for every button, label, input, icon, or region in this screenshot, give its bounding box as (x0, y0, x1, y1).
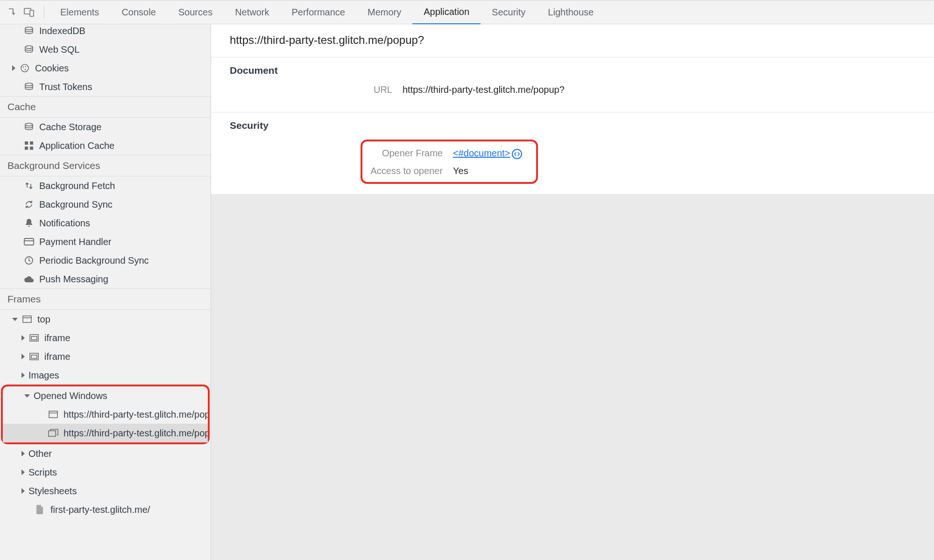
tree-item-stylesheets[interactable]: Stylesheets (0, 482, 211, 500)
kv-value: https://third-party-test.glitch.me/popup… (403, 84, 565, 95)
database-icon (23, 81, 35, 92)
svg-rect-20 (31, 355, 37, 358)
sidebar-item-app-cache[interactable]: Application Cache (0, 136, 211, 155)
tab-performance[interactable]: Performance (281, 0, 357, 24)
chevron-right-icon (21, 354, 25, 359)
tabbar-separator (44, 6, 44, 19)
tree-item-file[interactable]: first-party-test.glitch.me/ (0, 500, 211, 519)
svg-rect-21 (49, 411, 57, 418)
svg-rect-12 (25, 147, 28, 150)
panel-title: https://third-party-test.glitch.me/popup… (211, 24, 934, 57)
tree-item-iframe[interactable]: iframe (0, 329, 211, 347)
tree-item-label: https://third-party-test.glitch.me/popup… (64, 428, 208, 439)
svg-rect-16 (23, 316, 31, 322)
sync-icon (23, 199, 35, 210)
sidebar-item-label: Cache Storage (39, 122, 101, 133)
tree-item-label: Scripts (28, 467, 57, 478)
cloud-icon (23, 273, 35, 285)
grid-icon (23, 140, 35, 151)
file-icon (35, 504, 46, 515)
chevron-right-icon (21, 451, 25, 456)
tree-item-window[interactable]: https://third-party-test.glitch.me/popup… (3, 405, 208, 424)
clock-icon (23, 255, 35, 266)
sidebar-heading-cache: Cache (0, 96, 211, 118)
sidebar-item-payment-handler[interactable]: Payment Handler (0, 232, 211, 251)
tab-elements[interactable]: Elements (49, 0, 110, 24)
tab-security[interactable]: Security (481, 0, 537, 24)
sidebar-heading-bg-services: Background Services (0, 155, 211, 176)
highlight-opened-windows: Opened Windows https://third-party-test.… (1, 385, 210, 444)
svg-rect-1 (30, 10, 34, 16)
sidebar-item-notifications[interactable]: Notifications (0, 214, 211, 232)
kv-access-to-opener: Access to opener Yes (369, 166, 522, 176)
tree-item-iframe[interactable]: iframe (0, 347, 211, 366)
transfer-icon (23, 180, 35, 191)
tab-sources[interactable]: Sources (167, 0, 224, 24)
kv-value: Yes (453, 166, 468, 176)
card-icon (23, 236, 35, 247)
sidebar-item-periodic-bg-sync[interactable]: Periodic Background Sync (0, 251, 211, 270)
sidebar-item-label: Cookies (35, 63, 69, 74)
kv-label: Opener Frame (369, 148, 453, 159)
sidebar-item-websql[interactable]: Web SQL (0, 40, 211, 59)
svg-point-5 (23, 67, 24, 68)
kv-value: <#document> (453, 148, 522, 159)
tree-item-window-selected[interactable]: https://third-party-test.glitch.me/popup… (3, 424, 208, 442)
svg-point-3 (25, 46, 33, 49)
database-icon (23, 25, 35, 36)
sidebar-item-cookies[interactable]: Cookies (0, 59, 211, 77)
tree-item-opened-windows[interactable]: Opened Windows (3, 386, 208, 405)
sidebar-item-bg-sync[interactable]: Background Sync (0, 195, 211, 214)
tree-item-label: https://third-party-test.glitch.me/popup… (64, 409, 208, 420)
windows-icon (48, 427, 59, 439)
sidebar-item-label: Web SQL (39, 44, 79, 55)
sidebar-item-label: Payment Handler (39, 237, 112, 247)
iframe-icon (28, 351, 40, 362)
tree-item-label: iframe (44, 351, 71, 362)
tab-application[interactable]: Application (412, 0, 481, 25)
chevron-right-icon (21, 469, 25, 475)
panel-document: Document URL https://third-party-test.gl… (211, 57, 934, 112)
svg-rect-11 (30, 141, 33, 145)
window-icon (48, 409, 59, 420)
sidebar-item-push[interactable]: Push Messaging (0, 270, 211, 288)
chevron-right-icon (21, 372, 25, 378)
svg-rect-18 (31, 336, 37, 340)
kv-opener-frame: Opener Frame <#document> (369, 148, 522, 159)
tree-item-label: Stylesheets (28, 486, 77, 497)
iframe-icon (28, 332, 40, 343)
opener-frame-link[interactable]: <#document> (453, 148, 510, 158)
database-icon (23, 44, 35, 55)
tab-memory[interactable]: Memory (356, 0, 412, 24)
tree-item-label: Other (28, 448, 52, 459)
tree-item-top[interactable]: top (0, 310, 211, 329)
tab-console[interactable]: Console (110, 0, 167, 24)
tree-item-label: iframe (44, 333, 71, 343)
sidebar-item-cache-storage[interactable]: Cache Storage (0, 118, 211, 136)
sidebar-item-label: Trust Tokens (39, 82, 92, 92)
svg-point-9 (25, 123, 33, 126)
sidebar-item-bg-fetch[interactable]: Background Fetch (0, 176, 211, 195)
tree-item-label: Images (28, 370, 59, 381)
inspect-icon[interactable] (6, 6, 19, 19)
device-toggle-icon[interactable] (22, 6, 35, 19)
sidebar-item-indexeddb[interactable]: IndexedDB (0, 24, 211, 40)
chevron-down-icon (24, 394, 30, 398)
tree-item-other[interactable]: Other (0, 444, 211, 463)
highlight-security-info: Opener Frame <#document> Access to opene… (361, 140, 538, 184)
application-sidebar: IndexedDB Web SQL Cookies Trust Tokens (0, 24, 211, 560)
tab-network[interactable]: Network (224, 0, 280, 24)
reveal-in-elements-icon[interactable] (512, 149, 522, 159)
cookie-icon (19, 63, 30, 74)
frame-detail-panel: https://third-party-test.glitch.me/popup… (211, 24, 934, 560)
tab-lighthouse[interactable]: Lighthouse (537, 0, 605, 24)
sidebar-item-trust-tokens[interactable]: Trust Tokens (0, 77, 211, 96)
tree-item-label: Opened Windows (34, 391, 107, 401)
svg-point-6 (25, 66, 26, 67)
tree-item-images[interactable]: Images (0, 366, 211, 385)
svg-point-4 (21, 64, 28, 72)
sidebar-item-label: Background Sync (39, 199, 113, 210)
tree-item-scripts[interactable]: Scripts (0, 463, 211, 482)
database-icon (23, 121, 35, 133)
kv-label: Access to opener (369, 166, 453, 176)
